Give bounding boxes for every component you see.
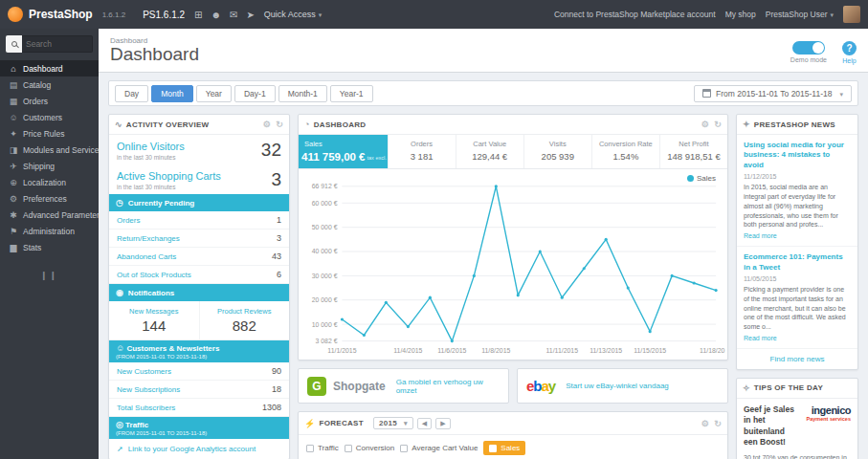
ebay-promo-link[interactable]: Start uw eBay-winkel vandaag: [566, 382, 669, 390]
article-date: 11/05/2015: [744, 275, 851, 282]
news-icon: ✦: [743, 120, 750, 129]
forecast-legend-traffic[interactable]: Traffic: [306, 444, 339, 452]
module-promo-ebay[interactable]: ebay Start uw eBay-winkel vandaag: [517, 368, 728, 404]
customers-row[interactable]: New Subscriptions18: [109, 381, 289, 399]
sidebar-item-localization[interactable]: ⊕Localization: [0, 174, 99, 190]
article-headline[interactable]: Using social media for your business: 4 …: [744, 141, 851, 170]
panel-refresh-icon[interactable]: ↻: [276, 120, 283, 129]
article-headline[interactable]: Ecommerce 101: Payments in a Tweet: [744, 252, 851, 273]
read-more-link[interactable]: Read more: [744, 232, 777, 239]
sidebar-item-catalog[interactable]: ▤Catalog: [0, 76, 99, 93]
help-label[interactable]: Help: [842, 57, 856, 64]
active-carts-stat[interactable]: Active Shopping Carts in the last 30 min…: [109, 164, 289, 194]
kpi-net-profit[interactable]: Net Profit148 918,51 €: [660, 135, 727, 168]
date-range-button[interactable]: From 2015-11-01 To 2015-11-18: [694, 85, 852, 102]
demo-mode-label: Demo mode: [790, 56, 827, 63]
sidebar-item-price-rules[interactable]: ✦Price Rules: [0, 125, 99, 142]
shop-name[interactable]: PS1.6.1.2: [143, 10, 185, 20]
range-button-year[interactable]: Year: [196, 85, 232, 102]
sidebar-collapse-button[interactable]: ❙❙: [0, 271, 99, 280]
forecast-year-select[interactable]: 2015: [373, 417, 413, 429]
range-button-day[interactable]: Day: [115, 85, 148, 102]
search-input[interactable]: [22, 35, 93, 53]
shipping-icon: ✈: [9, 162, 18, 171]
kpi-cart-value[interactable]: Cart Value129,44 €: [456, 135, 524, 168]
notification-cell[interactable]: New Messages144: [109, 301, 199, 339]
stats-icon: ▆: [9, 243, 18, 252]
my-shop-link[interactable]: My shop: [725, 10, 756, 19]
user-avatar[interactable]: [843, 6, 860, 23]
article-excerpt: In 2015, social media are an integral pa…: [744, 183, 851, 230]
kpi-visits[interactable]: Visits205 939: [524, 135, 592, 168]
forecast-next-button[interactable]: ▶: [435, 418, 450, 429]
panel-settings-icon[interactable]: ⚙: [263, 120, 271, 129]
svg-text:11/15/2015: 11/15/2015: [634, 347, 666, 354]
forecast-legend-sales[interactable]: Sales: [483, 441, 525, 455]
shopgate-promo-link[interactable]: Ga mobiel en verhoog uw omzet: [396, 378, 500, 395]
svg-text:11/13/2015: 11/13/2015: [590, 347, 622, 354]
range-button-month-1[interactable]: Month-1: [278, 85, 327, 102]
svg-text:40 000 €: 40 000 €: [312, 248, 338, 254]
find-more-news-link[interactable]: Find more news: [737, 349, 857, 369]
sidebar-item-shipping[interactable]: ✈Shipping: [0, 158, 99, 174]
demo-mode-toggle[interactable]: [792, 41, 825, 55]
traffic-icon: ◎: [116, 420, 123, 429]
forecast-legend-average-cart-value[interactable]: Average Cart Value: [400, 444, 478, 452]
module-promo-shopgate[interactable]: Shopgate Ga mobiel en verhoog uw omzet: [298, 368, 509, 404]
forecast-prev-button[interactable]: ◀: [417, 418, 432, 429]
panel-settings-icon[interactable]: ⚙: [701, 419, 709, 428]
sidebar-item-customers[interactable]: ☺Customers: [0, 109, 99, 125]
sidebar-item-modules-and-services[interactable]: ◨Modules and Services: [0, 142, 99, 158]
pending-row[interactable]: Out of Stock Products6: [109, 266, 289, 284]
pending-row[interactable]: Orders1: [109, 211, 289, 230]
panel-refresh-icon[interactable]: ↻: [714, 419, 722, 428]
quick-access-menu[interactable]: Quick Access: [264, 10, 323, 19]
prestashop-logo-icon[interactable]: [8, 7, 23, 22]
dashboard-panel-title: DASHBOARD: [314, 120, 367, 129]
panel-refresh-icon[interactable]: ↻: [714, 120, 722, 129]
rocket-icon[interactable]: ➤: [246, 10, 254, 20]
pending-row[interactable]: Return/Exchanges3: [109, 230, 289, 248]
checkbox-icon: [400, 445, 408, 452]
marketplace-link[interactable]: Connect to PrestaShop Marketplace accoun…: [554, 10, 716, 19]
online-visitors-stat[interactable]: Online Visitors in the last 30 minutes 3…: [109, 135, 289, 164]
pending-row[interactable]: Abandoned Carts43: [109, 248, 289, 266]
chart-legend[interactable]: Sales: [687, 174, 716, 183]
sidebar-item-dashboard[interactable]: ⌂Dashboard: [0, 60, 99, 76]
customers-row[interactable]: Total Subscribers1308: [109, 399, 289, 417]
kpi-orders[interactable]: Orders3 181: [389, 135, 456, 168]
profile-icon[interactable]: ☻: [211, 10, 221, 20]
forecast-icon: ⚡: [304, 419, 316, 428]
cart-icon[interactable]: ⊞: [194, 10, 202, 20]
notification-cell[interactable]: Product Reviews882: [199, 301, 290, 339]
user-menu[interactable]: PrestaShop User: [766, 10, 834, 19]
link-icon: ➚: [117, 445, 123, 453]
range-button-month[interactable]: Month: [151, 85, 193, 102]
currently-pending-header: ◷ Currently Pending: [109, 194, 289, 211]
search-scope-button[interactable]: [6, 35, 22, 53]
mail-icon[interactable]: ✉: [230, 10, 237, 20]
sidebar-item-advanced-parameters[interactable]: ✱Advanced Parameters: [0, 207, 99, 223]
activity-title: ACTIVITY OVERVIEW: [126, 120, 210, 129]
forecast-legend-conversion[interactable]: Conversion: [345, 444, 394, 452]
customers-row[interactable]: New Customers90: [109, 362, 289, 381]
kpi-conversion-rate[interactable]: Conversion Rate1.54%: [592, 135, 660, 168]
traffic-header: ◎ Traffic (FROM 2015-11-01 TO 2015-11-18…: [109, 417, 289, 439]
sidebar-item-stats[interactable]: ▆Stats: [0, 239, 99, 255]
help-icon[interactable]: ?: [842, 41, 857, 55]
google-analytics-link[interactable]: ➚ Link to your Google Analytics account: [109, 439, 289, 459]
dashboard-icon: ◔: [304, 120, 310, 129]
sidebar-item-administration[interactable]: ⚑Administration: [0, 223, 99, 239]
sidebar-item-orders[interactable]: ▦Orders: [0, 93, 99, 109]
range-button-day-1[interactable]: Day-1: [234, 85, 276, 102]
read-more-link[interactable]: Read more: [744, 335, 777, 341]
notifications-header: ◉ Notifications: [109, 284, 289, 301]
brand-version: 1.6.1.2: [102, 11, 125, 19]
sidebar-item-preferences[interactable]: ⚙Preferences: [0, 190, 99, 207]
svg-text:20 000 €: 20 000 €: [312, 296, 338, 303]
svg-text:10 000 €: 10 000 €: [312, 321, 338, 328]
range-button-year-1[interactable]: Year-1: [330, 85, 373, 102]
search-icon: [11, 41, 17, 47]
panel-settings-icon[interactable]: ⚙: [701, 120, 709, 129]
kpi-sales[interactable]: Sales411 759,00 €tax excl.: [299, 135, 389, 168]
